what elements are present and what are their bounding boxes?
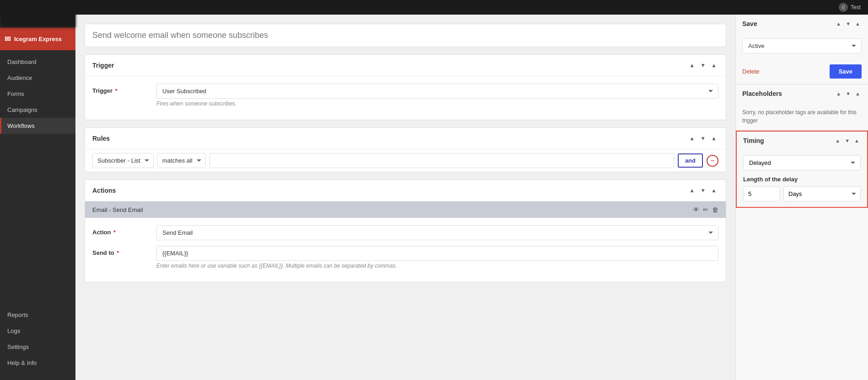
rules-subscriber-select[interactable]: Subscriber - List <box>92 153 154 168</box>
sidebar-item-help[interactable]: Help & Info <box>0 355 75 371</box>
actions-close[interactable]: ▲ <box>709 186 718 195</box>
placeholders-controls: ▲ ▼ ▲ <box>835 90 862 97</box>
placeholders-body: Sorry, no placeholder tags are available… <box>736 103 868 130</box>
action-body: Action * Send Email Send to * <box>85 218 726 282</box>
trigger-collapse-down[interactable]: ▼ <box>698 61 707 69</box>
rules-remove-button[interactable]: − <box>707 155 718 167</box>
topbar-user: 0 Test <box>839 3 861 12</box>
main-wrapper: 0 Test Trigger ▲ ▼ ▲ <box>75 0 868 380</box>
avatar: 0 <box>839 3 848 12</box>
save-ctrl-down[interactable]: ▼ <box>844 20 852 27</box>
trigger-section-body: Trigger * User Subscribed Fires when som… <box>85 76 726 120</box>
trigger-hint: Fires when someone subscribes. <box>156 100 718 107</box>
action-select[interactable]: Send Email <box>156 225 718 240</box>
delay-row: Days Hours Minutes <box>743 186 861 201</box>
rules-collapse-down[interactable]: ▼ <box>698 134 707 142</box>
send-to-required: * <box>117 249 119 256</box>
sidebar-item-forms[interactable]: Forms <box>0 86 75 102</box>
trigger-collapse-up[interactable]: ▲ <box>687 61 697 69</box>
rules-section-controls: ▲ ▼ ▲ <box>687 134 718 142</box>
avatar-initial: 0 <box>842 5 845 10</box>
trigger-section-title: Trigger <box>92 62 114 69</box>
placeholders-ctrl-close[interactable]: ▲ <box>854 90 862 97</box>
delay-number-input[interactable] <box>743 186 780 201</box>
timing-select[interactable]: Delayed Immediate <box>743 155 861 170</box>
send-to-control-wrap: Enter emails here or use variable such a… <box>156 246 718 269</box>
placeholders-ctrl-up[interactable]: ▲ <box>835 90 842 97</box>
rules-section: Rules ▲ ▼ ▲ Subscriber - List matches al… <box>85 127 726 172</box>
send-to-input[interactable] <box>156 246 718 261</box>
trigger-control-wrap: User Subscribed Fires when someone subsc… <box>156 84 718 107</box>
delay-length-label: Length of the delay <box>743 176 861 183</box>
envelope-icon: ✉ <box>5 35 11 43</box>
timing-ctrl-up[interactable]: ▲ <box>834 137 841 144</box>
action-control-wrap: Send Email <box>156 225 718 240</box>
action-item-header: Email - Send Email 👁 ✏ 🗑 <box>85 201 726 218</box>
send-to-label: Send to * <box>92 246 156 256</box>
actions-section-controls: ▲ ▼ ▲ <box>687 186 718 195</box>
sidebar-item-reports[interactable]: Reports <box>0 307 75 323</box>
sidebar-bottom: Reports Logs Settings Help & Info <box>0 307 75 380</box>
actions-section-header: Actions ▲ ▼ ▲ <box>85 180 726 201</box>
sidebar-item-campaigns[interactable]: Campaigns <box>0 102 75 118</box>
trigger-section-header: Trigger ▲ ▼ ▲ <box>85 55 726 76</box>
action-preview-btn[interactable]: 👁 <box>693 206 699 213</box>
save-button[interactable]: Save <box>830 64 862 79</box>
sidebar-item-settings[interactable]: Settings <box>0 339 75 355</box>
send-to-row: Send to * Enter emails here or use varia… <box>92 246 718 269</box>
action-item-icons: 👁 ✏ 🗑 <box>693 206 718 213</box>
delay-unit-select[interactable]: Days Hours Minutes <box>783 186 861 201</box>
actions-collapse-up[interactable]: ▲ <box>687 186 697 195</box>
save-section-title: Save <box>742 20 757 27</box>
rules-section-title: Rules <box>92 135 110 142</box>
sidebar: ✉ Icegram Express Dashboard Audience For… <box>0 0 75 380</box>
center-panel: Trigger ▲ ▼ ▲ Trigger * <box>75 15 735 380</box>
timing-ctrl-down[interactable]: ▼ <box>843 137 851 144</box>
save-ctrl-up[interactable]: ▲ <box>835 20 842 27</box>
user-name: Test <box>851 4 861 11</box>
rules-close[interactable]: ▲ <box>709 134 718 142</box>
actions-collapse-down[interactable]: ▼ <box>698 186 707 195</box>
action-required: * <box>113 229 116 236</box>
actions-section: Actions ▲ ▼ ▲ Email - Send Email 👁 ✏ 🗑 <box>85 179 726 282</box>
right-panel: Save ▲ ▼ ▲ Active Inactive Draft Delet <box>735 15 868 380</box>
sidebar-item-dashboard[interactable]: Dashboard <box>0 54 75 70</box>
timing-controls: ▲ ▼ ▲ <box>834 137 861 144</box>
trigger-required: * <box>115 87 118 94</box>
rules-row: Subscriber - List matches all and − <box>85 149 726 172</box>
status-select[interactable]: Active Inactive Draft <box>742 38 862 53</box>
action-field-label: Action * <box>92 225 156 236</box>
action-item-title: Email - Send Email <box>92 206 143 213</box>
trigger-section-controls: ▲ ▼ ▲ <box>687 61 718 69</box>
rules-and-button[interactable]: and <box>678 153 703 168</box>
topbar: 0 Test <box>75 0 868 15</box>
rules-matches-select[interactable]: matches all <box>157 153 206 168</box>
save-section-header: Save ▲ ▼ ▲ <box>736 15 868 33</box>
rules-value-input[interactable] <box>209 153 674 168</box>
trigger-close[interactable]: ▲ <box>709 61 718 69</box>
save-delete-row: Delete Save <box>736 59 868 84</box>
delete-button[interactable]: Delete <box>742 68 760 75</box>
sidebar-item-workflows[interactable]: Workflows <box>0 118 75 134</box>
action-edit-btn[interactable]: ✏ <box>703 206 708 213</box>
save-section-body: Active Inactive Draft <box>736 33 868 59</box>
action-delete-btn[interactable]: 🗑 <box>712 206 718 213</box>
trigger-section: Trigger ▲ ▼ ▲ Trigger * <box>85 54 726 120</box>
sidebar-item-audience[interactable]: Audience <box>0 70 75 86</box>
main-content: Trigger ▲ ▼ ▲ Trigger * <box>75 15 868 380</box>
workflow-title-input[interactable] <box>85 24 726 47</box>
trigger-form-row: Trigger * User Subscribed Fires when som… <box>92 84 718 107</box>
placeholders-section-header: Placeholders ▲ ▼ ▲ <box>736 84 868 103</box>
timing-title: Timing <box>743 137 764 144</box>
rules-collapse-up[interactable]: ▲ <box>687 134 697 142</box>
placeholders-ctrl-down[interactable]: ▼ <box>844 90 852 97</box>
save-ctrl-close[interactable]: ▲ <box>854 20 862 27</box>
sidebar-item-logs[interactable]: Logs <box>0 323 75 339</box>
timing-ctrl-close[interactable]: ▲ <box>853 137 861 144</box>
trigger-select[interactable]: User Subscribed <box>156 84 718 99</box>
rules-section-header: Rules ▲ ▼ ▲ <box>85 128 726 149</box>
brand-name: Icegram Express <box>14 36 62 42</box>
sidebar-nav: Dashboard Audience Forms Campaigns Workf… <box>0 50 75 307</box>
save-section: Save ▲ ▼ ▲ Active Inactive Draft Delet <box>736 15 868 84</box>
timing-section-header: Timing ▲ ▼ ▲ <box>737 132 867 150</box>
